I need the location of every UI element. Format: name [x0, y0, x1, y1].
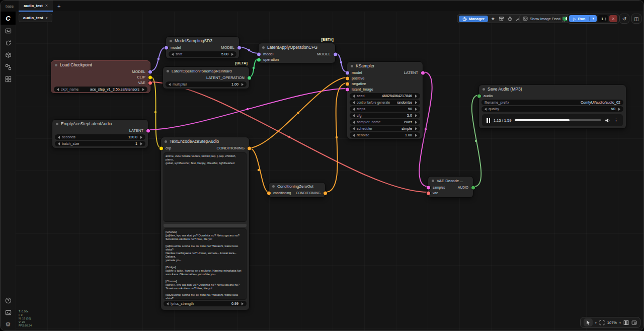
node-header[interactable]: LatentOperationTonemapReinhard — [163, 67, 249, 75]
node-load-checkpoint[interactable]: Load Checkpoint MODEL CLIP VAE ckpt_name… — [51, 60, 150, 93]
node-header[interactable]: TextEncodeAceStepAudio — [161, 137, 249, 145]
widget-quality[interactable]: qualityV0 — [481, 106, 623, 112]
input-slot-model[interactable] — [346, 71, 349, 74]
node-conditioning-zero-out[interactable]: ConditioningZeroOut conditioningCONDITIO… — [268, 182, 326, 198]
prev-arrow-icon[interactable] — [485, 108, 487, 111]
collapse-dot[interactable] — [432, 180, 434, 182]
widget-denoise[interactable]: denoise1.00 — [350, 132, 420, 138]
batch-count-stepper[interactable]: 1 ▴▾ — [598, 15, 608, 22]
increment-arrow-icon[interactable] — [415, 114, 417, 117]
collapse-dot[interactable] — [482, 88, 485, 91]
output-slot-audio[interactable] — [471, 186, 475, 189]
node-header[interactable]: ConditioningZeroOut — [269, 183, 325, 190]
decrement-arrow-icon[interactable] — [353, 114, 355, 117]
zoom-level[interactable]: 107% — [607, 320, 617, 325]
widget-seed[interactable]: seed468254064217846 — [350, 93, 420, 99]
increment-arrow-icon[interactable] — [242, 302, 244, 305]
decrement-arrow-icon[interactable] — [169, 83, 171, 86]
textarea-resize-handle[interactable] — [164, 224, 247, 227]
node-header[interactable]: Save Audio (MP3) — [479, 85, 626, 93]
sidebar-item-queue[interactable] — [1, 25, 16, 37]
bug-button[interactable] — [507, 16, 514, 22]
node-header[interactable]: Load Checkpoint — [51, 61, 150, 69]
next-arrow-icon[interactable] — [415, 101, 417, 104]
widget-steps[interactable]: steps50 — [350, 106, 420, 112]
decrement-arrow-icon[interactable] — [172, 53, 174, 56]
node-header[interactable]: KSampler — [347, 62, 423, 70]
caret-down-icon[interactable]: ▾ — [605, 19, 606, 21]
output-slot-conditioning[interactable] — [324, 191, 327, 195]
star-button[interactable]: ★ — [490, 16, 497, 21]
output-slot-latent[interactable] — [421, 71, 425, 74]
node-empty-ace-step-latent-audio[interactable]: EmptyAceStepLatentAudio LATENT seconds12… — [52, 119, 148, 148]
output-slot-conditioning[interactable] — [248, 146, 251, 150]
input-slot-conditioning[interactable] — [267, 191, 271, 195]
collapse-dot[interactable] — [262, 46, 265, 49]
tab-base[interactable]: base — [1, 1, 19, 12]
zoom-chevron-icon[interactable]: ▾ — [619, 321, 621, 324]
collapse-dot[interactable] — [167, 70, 169, 72]
input-slot-negative[interactable] — [346, 82, 349, 86]
output-slot-model[interactable] — [334, 52, 337, 56]
input-slot-samples[interactable] — [427, 186, 430, 189]
widget-scheduler[interactable]: schedulersimple — [350, 126, 420, 131]
node-header[interactable]: EmptyAceStepLatentAudio — [52, 120, 148, 128]
output-slot-latent[interactable] — [146, 129, 150, 132]
input-slot-positive[interactable] — [346, 76, 349, 80]
decrement-arrow-icon[interactable] — [353, 95, 355, 98]
widget-lyrics-strength[interactable]: lyrics_strength0.99 — [164, 301, 247, 306]
collapse-dot[interactable] — [56, 123, 58, 125]
close-tab-icon[interactable]: × — [45, 3, 48, 8]
increment-arrow-icon[interactable] — [415, 134, 417, 137]
run-button[interactable]: ▷ Run — [569, 17, 590, 21]
node-latent-apply-operation-cfg[interactable]: [BETA] LatentApplyOperationCFG modelMODE… — [258, 43, 336, 63]
grid-layout-button[interactable] — [623, 320, 629, 325]
decrement-arrow-icon[interactable] — [167, 302, 169, 305]
sidebar-item-models[interactable] — [1, 49, 16, 61]
new-tab-button[interactable]: + — [53, 1, 65, 12]
collapse-dot[interactable] — [55, 64, 57, 66]
node-ksampler[interactable]: KSampler modelLATENT positive negative l… — [347, 61, 423, 139]
node-latent-operation-tonemap-reinhard[interactable]: [BETA] LatentOperationTonemapReinhard LA… — [163, 66, 250, 89]
prev-arrow-icon[interactable] — [353, 127, 355, 130]
decrement-arrow-icon[interactable] — [58, 136, 60, 139]
increment-arrow-icon[interactable] — [140, 136, 142, 139]
decrement-arrow-icon[interactable] — [353, 108, 355, 111]
clear-queue-button[interactable]: ✕ — [609, 15, 617, 22]
panel-toggle-button[interactable]: ◫ — [631, 14, 641, 24]
input-slot-clip[interactable] — [159, 146, 163, 150]
volume-icon[interactable] — [605, 118, 610, 123]
input-slot-model[interactable] — [257, 52, 261, 56]
output-slot-latent-operation[interactable] — [248, 76, 251, 79]
prev-arrow-icon[interactable] — [57, 88, 59, 91]
tab-audio-test[interactable]: audio_test × — [19, 1, 53, 12]
settings-button[interactable]: ⚙ — [1, 318, 16, 330]
sidebar-item-history[interactable] — [1, 37, 16, 49]
node-header[interactable]: VAE Decode ... — [428, 177, 473, 185]
widget-sampler-name[interactable]: sampler_nameeuler — [350, 119, 420, 125]
next-arrow-icon[interactable] — [142, 88, 144, 91]
workflow-dropdown[interactable]: audio_test ▾ — [19, 14, 52, 22]
pause-button[interactable] — [487, 118, 490, 123]
decrement-arrow-icon[interactable] — [58, 142, 60, 145]
next-arrow-icon[interactable] — [415, 121, 417, 124]
node-save-audio-mp3[interactable]: Save Audio (MP3) audio filename_prefixCo… — [478, 85, 626, 129]
queue-history-button[interactable]: ↺ — [619, 14, 629, 24]
help-button[interactable] — [1, 294, 16, 306]
sidebar-item-templates[interactable] — [1, 73, 16, 85]
node-header[interactable]: LatentApplyOperationCFG — [259, 43, 335, 51]
prev-arrow-icon[interactable] — [353, 101, 355, 104]
node-header[interactable]: ModelSamplingSD3 — [166, 37, 239, 45]
tags-textarea[interactable]: anime, cute female vocals, kawaii pop, j… — [164, 152, 247, 222]
input-slot-latent-image[interactable] — [346, 88, 349, 91]
sidebar-item-workflows[interactable] — [1, 61, 16, 73]
widget-shift[interactable]: shift5.00 — [169, 51, 236, 57]
terminal-button[interactable] — [1, 306, 16, 318]
node-text-encode-ace-step-audio[interactable]: TextEncodeAceStepAudio clipCONDITIONING … — [160, 137, 250, 310]
node-model-sampling-sd3[interactable]: ModelSamplingSD3 modelMODEL shift5.00 — [166, 36, 239, 59]
widget-seconds[interactable]: seconds120.0 — [55, 134, 145, 140]
output-slot-vae[interactable] — [148, 81, 152, 85]
tool-chevron-icon[interactable]: ▾ — [595, 321, 597, 324]
widget-control-before-generate[interactable]: control before generaterandomize — [350, 100, 420, 105]
run-options-chevron[interactable]: ▾ — [590, 17, 597, 21]
